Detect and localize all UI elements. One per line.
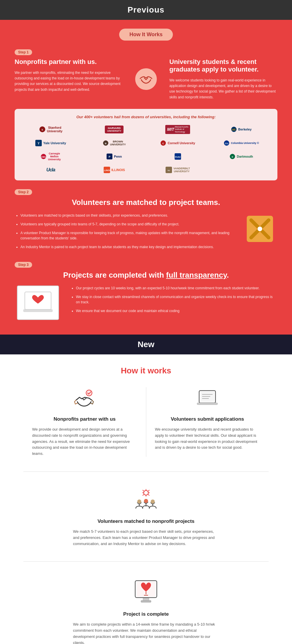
new-step2-row: Volunteers matched to nonprofit projects… (23, 486, 269, 562)
svg-text:UC: UC (232, 128, 236, 131)
volunteer-application-icon (196, 387, 219, 410)
duke-icon: Duke (175, 153, 181, 160)
step2-heading: Volunteers are matched to project teams. (15, 198, 277, 207)
cornell-icon: C (160, 140, 166, 146)
list-item: An Industry Mentor is paired to each pro… (20, 244, 234, 250)
brown-icon: B (103, 140, 109, 146)
new-step3-row: Project is complete We aim to complete p… (23, 576, 269, 644)
step1-left-heading: Nonprofits partner with us. (15, 58, 123, 66)
step2-icon (242, 213, 277, 245)
svg-text:D: D (232, 156, 233, 158)
svg-text:CU: CU (225, 142, 228, 145)
svg-rect-53 (141, 601, 151, 602)
step2-container: Step 2 Volunteers are matched to project… (15, 189, 277, 253)
list-item: CU Columbia University © (211, 139, 272, 147)
new-section-title: How it works (23, 366, 269, 375)
svg-text:S: S (41, 128, 43, 131)
step1-right: University students & recent graduates a… (169, 58, 277, 100)
university-box: Our 400+ volunteers hail from dozens of … (15, 109, 277, 180)
list-item: Volunteers are matched to projects based… (20, 213, 234, 218)
svg-text:ILLINOIS: ILLINOIS (104, 169, 110, 171)
step1-left-body: We partner with nonprofits, eliminating … (15, 70, 123, 93)
list-item: Duke (147, 152, 208, 161)
step3-icon (15, 286, 61, 320)
new-step2-body: We match 5-7 volunteers to each project … (73, 529, 219, 547)
list-item: We stay in close contact with streamline… (76, 294, 277, 305)
nonprofit-partner-icon (73, 387, 96, 410)
new-step1-left-heading: Nonprofits partner with us (32, 416, 137, 422)
stanford-icon: S (39, 126, 46, 133)
volunteers-matched-icon (133, 486, 159, 513)
svg-text:CMU: CMU (41, 156, 46, 158)
handshake-icon (134, 67, 158, 91)
list-item: CMU CarnegieMellonUniversity (20, 151, 81, 162)
list-item: C Cornell University (147, 139, 208, 147)
list-item: Y Yale University (20, 138, 81, 148)
cmu-icon: CMU (41, 154, 46, 159)
dartmouth-icon: D (230, 154, 235, 159)
list-item: D Dartmouth (211, 152, 272, 161)
list-item: Ucla (20, 166, 81, 174)
list-item: VU VANDERBILTUNIVERSITY (147, 165, 208, 175)
svg-text:B: B (105, 142, 107, 145)
step2-bullets: Volunteers are matched to projects based… (15, 213, 234, 253)
svg-point-0 (135, 68, 157, 90)
svg-text:VU: VU (168, 170, 170, 171)
how-it-works-button[interactable]: How It Works (119, 29, 173, 41)
svg-text:C: C (162, 142, 164, 145)
new-step1-left-body: We provide our development and design se… (32, 427, 137, 457)
new-step3-heading: Project is complete (123, 611, 169, 617)
new-section: How it works (0, 354, 292, 644)
svg-text:Y: Y (38, 142, 40, 145)
illinois-icon: ILLINOIS (104, 167, 110, 173)
new-label: New (0, 335, 292, 354)
svg-point-39 (144, 490, 148, 495)
project-complete-icon (133, 576, 159, 605)
new-step1-right: Volunteers submit applications We encour… (146, 387, 269, 457)
new-step1-row: Nonprofits partner with us We provide ou… (23, 387, 269, 472)
step3-bullets: Our project cycles are 10 weeks long, wi… (70, 286, 277, 317)
list-item: P Penn (84, 152, 145, 161)
svg-point-28 (258, 227, 262, 231)
berkeley-icon: UC (231, 126, 237, 132)
university-grid: S StanfordUniversity HARVARD UNIVERSITY … (20, 123, 272, 175)
penn-icon: P (107, 154, 112, 159)
step1-left: Nonprofits partner with us. We partner w… (15, 58, 123, 100)
columbia-icon: CU (224, 140, 230, 146)
step1-icon (131, 58, 161, 100)
new-step1-left: Nonprofits partner with us We provide ou… (23, 387, 146, 457)
svg-text:P: P (109, 155, 110, 158)
svg-point-31 (86, 389, 93, 396)
svg-rect-38 (197, 403, 218, 405)
step1-right-body: We welcome students looking to gain real… (169, 78, 277, 100)
new-step1-right-body: We encourage university students and rec… (155, 427, 260, 451)
list-item: S StanfordUniversity (20, 124, 81, 134)
step3-badge: Step 3 (15, 262, 32, 268)
list-item: Our project cycles are 10 weeks long, wi… (76, 286, 277, 291)
list-item: UC Berkeley (211, 125, 272, 134)
step3-container: Step 3 Projects are completed with full … (15, 262, 277, 320)
yale-icon: Y (35, 140, 42, 146)
step2-badge: Step 2 (15, 189, 32, 195)
step1-right-heading: University students & recent graduates a… (169, 58, 277, 73)
vanderbilt-icon: VU (166, 167, 172, 173)
previous-section: How It Works Step 1 Nonprofits partner w… (0, 20, 292, 335)
step1-badge: Step 1 (15, 49, 32, 55)
svg-rect-30 (23, 309, 53, 312)
list-item: A volunteer Product Manager is responsib… (20, 230, 234, 241)
list-item: HARVARD UNIVERSITY (84, 124, 145, 135)
list-item: Volunteers are typically grouped into te… (20, 222, 234, 227)
university-subtitle: Our 400+ volunteers hail from dozens of … (20, 115, 272, 119)
list-item: We ensure that we document our code and … (76, 308, 277, 314)
svg-text:Duke: Duke (175, 156, 181, 158)
laptop-heart-icon (23, 290, 53, 314)
new-step2-heading: Volunteers matched to nonprofit projects (98, 518, 194, 524)
svg-rect-52 (143, 598, 149, 601)
list-item: ILLINOIS ILLINOIS (84, 165, 145, 175)
new-step3-body: We aim to complete projects within a 14-… (73, 622, 219, 644)
previous-label: Previous (0, 0, 292, 20)
step3-heading: Projects are completed with full transpa… (15, 271, 277, 280)
new-step1-right-heading: Volunteers submit applications (155, 416, 260, 422)
list-item: MIT MassachusettsInstitute ofTechnology (147, 123, 208, 135)
list-item: B BROWNUNIVERSITY (84, 139, 145, 147)
